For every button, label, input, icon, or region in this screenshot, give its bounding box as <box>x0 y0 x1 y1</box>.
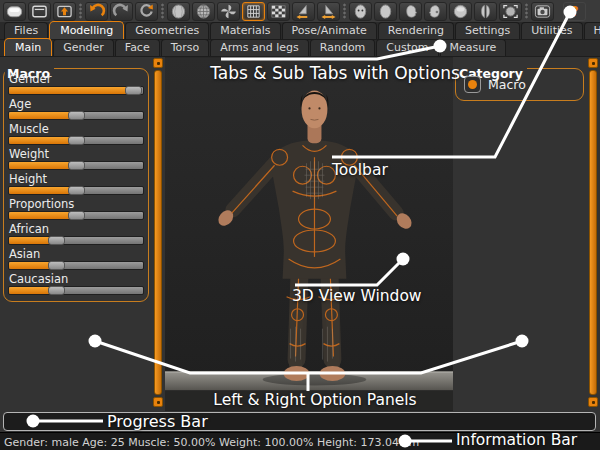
head-top-icon[interactable] <box>449 2 472 21</box>
content-area: Macro GenderAgeMuscleWeightHeightProport… <box>0 57 600 411</box>
subtab-torso[interactable]: Torso <box>161 39 210 56</box>
slider-track-muscle[interactable] <box>8 136 144 145</box>
slider-track-caucasian[interactable] <box>8 286 144 295</box>
slider-track-weight[interactable] <box>8 161 144 170</box>
slider-track-age[interactable] <box>8 111 144 120</box>
scrollbar-thumb[interactable] <box>589 70 597 395</box>
slider-track-asian[interactable] <box>8 261 144 270</box>
slider-fill <box>9 262 49 269</box>
slider-track-african[interactable] <box>8 236 144 245</box>
new-mesh-icon[interactable] <box>3 2 26 21</box>
toolbar: ? <box>0 0 600 22</box>
radio-button-icon[interactable] <box>464 76 481 93</box>
slider-handle[interactable] <box>48 261 65 270</box>
slider-asian: Asian <box>8 248 144 273</box>
status-text: Gender: male Age: 25 Muscle: 50.00% Weig… <box>0 436 419 449</box>
scroll-up-button[interactable] <box>153 58 163 68</box>
head-front-icon[interactable] <box>349 2 372 21</box>
slider-fill <box>9 137 69 144</box>
slider-label: Weight <box>8 148 144 160</box>
3d-scene <box>165 57 453 411</box>
right-panel-scrollbar[interactable] <box>587 57 600 411</box>
load-icon[interactable] <box>28 2 51 21</box>
makehuman-window: ? FilesModellingGeometriesMaterialsPose/… <box>0 0 600 450</box>
slider-label: Muscle <box>8 123 144 135</box>
tab-geometries[interactable]: Geometries <box>125 22 209 39</box>
3d-view-window[interactable] <box>165 57 453 411</box>
slider-label: Age <box>8 98 144 110</box>
subtab-gender[interactable]: Gender <box>53 39 114 56</box>
tab-settings[interactable]: Settings <box>455 22 520 39</box>
progress-bar <box>3 412 596 431</box>
slider-label: Asian <box>8 248 144 260</box>
help-icon[interactable]: ? <box>563 2 586 21</box>
right-option-panel: Category Macro <box>453 57 587 411</box>
slider-track-height[interactable] <box>8 186 144 195</box>
checker-icon[interactable] <box>267 2 290 21</box>
subtab-custom[interactable]: Custom <box>376 39 438 56</box>
slider-track-proportions[interactable] <box>8 211 144 220</box>
tab-utilities[interactable]: Utilities <box>521 22 582 39</box>
macro-sliders: GenderAgeMuscleWeightHeightProportionsAf… <box>8 73 144 298</box>
tab-pose-animate[interactable]: Pose/Animate <box>282 22 377 39</box>
subtab-arms-and-legs[interactable]: Arms and legs <box>210 39 309 56</box>
slider-muscle: Muscle <box>8 123 144 148</box>
subtab-random[interactable]: Random <box>310 39 376 56</box>
symmetry-right-icon[interactable] <box>317 2 340 21</box>
main-tab-bar: FilesModellingGeometriesMaterialsPose/An… <box>0 22 600 40</box>
camera-icon[interactable] <box>531 2 554 21</box>
head-back-icon[interactable] <box>374 2 397 21</box>
slider-track-gender[interactable] <box>8 86 144 95</box>
tab-rendering[interactable]: Rendering <box>378 22 454 39</box>
wireframe-icon[interactable] <box>192 2 215 21</box>
redo-icon[interactable] <box>110 2 133 21</box>
scrollbar-thumb[interactable] <box>154 70 162 395</box>
slider-fill <box>9 112 69 119</box>
radio-label: Macro <box>488 77 526 92</box>
subtab-measure[interactable]: Measure <box>440 39 507 56</box>
slider-african: African <box>8 223 144 248</box>
slider-proportions: Proportions <box>8 198 144 223</box>
slider-handle[interactable] <box>125 86 142 95</box>
slider-label: African <box>8 223 144 235</box>
undo-icon[interactable] <box>85 2 108 21</box>
slider-handle[interactable] <box>68 186 85 195</box>
toolbar-separator <box>161 3 164 19</box>
slider-handle[interactable] <box>68 161 85 170</box>
smooth-mesh-icon[interactable] <box>167 2 190 21</box>
head-split-icon[interactable] <box>474 2 497 21</box>
slider-handle[interactable] <box>48 286 65 295</box>
pinwheel-icon[interactable] <box>217 2 240 21</box>
slider-handle[interactable] <box>68 136 85 145</box>
reset-icon[interactable] <box>135 2 158 21</box>
toolbar-separator <box>525 3 528 19</box>
slider-fill <box>9 87 126 94</box>
head-left-icon[interactable] <box>424 2 447 21</box>
symmetry-left-icon[interactable] <box>292 2 315 21</box>
tab-modelling[interactable]: Modelling <box>49 21 124 39</box>
sub-tab-bar: MainGenderFaceTorsoArms and legsRandomCu… <box>0 40 600 57</box>
save-icon[interactable] <box>53 2 76 21</box>
subtab-main[interactable]: Main <box>4 38 52 56</box>
slider-label: Gender <box>8 73 144 85</box>
slider-handle[interactable] <box>68 111 85 120</box>
left-panel-scrollbar[interactable] <box>152 57 165 411</box>
scroll-down-button[interactable] <box>153 397 163 407</box>
scroll-up-button[interactable] <box>588 58 598 68</box>
toolbar-separator <box>343 3 346 19</box>
subtab-face[interactable]: Face <box>115 39 160 56</box>
tab-materials[interactable]: Materials <box>210 22 280 39</box>
category-radio-macro[interactable]: Macro <box>464 76 526 93</box>
slider-handle[interactable] <box>68 211 85 220</box>
slider-handle[interactable] <box>48 236 65 245</box>
slider-height: Height <box>8 173 144 198</box>
scroll-down-button[interactable] <box>588 397 598 407</box>
tab-files[interactable]: Files <box>4 22 48 39</box>
orbit-icon[interactable] <box>499 2 522 21</box>
slider-fill <box>9 162 69 169</box>
slider-fill <box>9 212 69 219</box>
tab-help[interactable]: Help <box>584 22 600 39</box>
grid-icon[interactable] <box>242 2 265 21</box>
slider-label: Caucasian <box>8 273 144 285</box>
head-right-icon[interactable] <box>399 2 422 21</box>
